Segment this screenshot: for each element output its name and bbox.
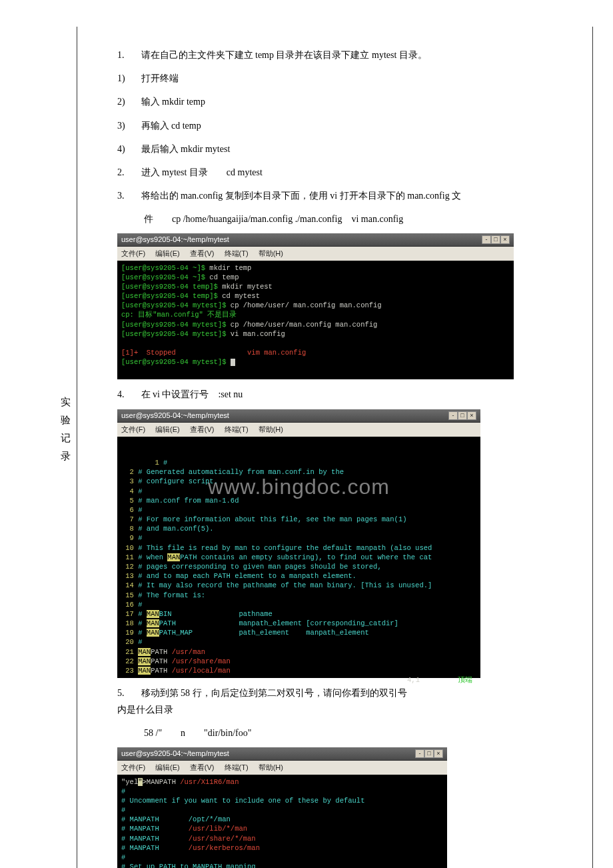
step-sub-number: 1) <box>117 70 139 87</box>
step-text: 进入 mytest 目录 cd mytest <box>141 167 263 177</box>
step-1a: 1) 打开终端 <box>117 70 572 87</box>
side-label-char: 验 <box>59 411 72 429</box>
minimize-icon[interactable]: - <box>415 749 424 758</box>
terminal-menubar: 文件(F) 编辑(E) 查看(V) 终端(T) 帮助(H) <box>117 423 480 437</box>
step-1c: 3) 再输入 cd temp <box>117 117 572 134</box>
content-body: 1. 请在自己的主文件夹下建立 temp 目录并在该目录下建立 mytest 目… <box>77 27 592 868</box>
step-5: 5. 移动到第 58 行，向后定位到第二对双引号，请问你看到的双引号内是什么目录 <box>117 685 572 718</box>
minimize-icon[interactable]: - <box>448 411 458 420</box>
terminal-menubar: 文件(F) 编辑(E) 查看(V) 终端(T) 帮助(H) <box>117 247 514 261</box>
menu-help[interactable]: 帮助(H) <box>259 763 283 771</box>
maximize-icon[interactable]: □ <box>424 749 434 758</box>
step-text: 再输入 cd temp <box>141 121 201 131</box>
side-label: 实 验 记 录 <box>59 393 72 465</box>
menu-edit[interactable]: 编辑(E) <box>155 425 180 433</box>
terminal-title: user@sys9205-04:~/temp/mytest <box>121 235 229 243</box>
step-number: 2. <box>117 164 139 181</box>
window-buttons: - □ × <box>415 749 443 758</box>
menu-view[interactable]: 查看(V) <box>190 763 215 771</box>
menu-file[interactable]: 文件(F) <box>121 763 145 771</box>
terminal-menubar: 文件(F) 编辑(E) 查看(V) 终端(T) 帮助(H) <box>117 761 447 775</box>
step-3b: 件 cp /home/huangaijia/man.config ./man.c… <box>117 211 572 227</box>
side-label-char: 记 <box>59 429 72 447</box>
terminal-3: user@sys9205-04:~/temp/mytest - □ × 文件(F… <box>117 747 447 868</box>
menu-terminal[interactable]: 终端(T) <box>225 249 249 257</box>
close-icon[interactable]: × <box>434 749 443 758</box>
step-text: 打开终端 <box>141 73 179 83</box>
step-2: 2. 进入 mytest 目录 cd mytest <box>117 164 572 181</box>
step-text: 移动到第 58 行，向后定位到第二对双引号，请问你看到的双引号内是什么目录 <box>117 688 407 715</box>
menu-edit[interactable]: 编辑(E) <box>155 249 180 257</box>
side-label-char: 实 <box>59 393 72 411</box>
step-text: 输入 mkdir temp <box>141 97 205 107</box>
step-text: 在 vi 中设置行号 :set nu <box>141 389 243 399</box>
step-sub-number: 2) <box>117 93 139 110</box>
menu-view[interactable]: 查看(V) <box>190 425 215 433</box>
terminal-title: user@sys9205-04:~/temp/mytest <box>121 411 229 419</box>
terminal-2: user@sys9205-04:~/temp/mytest - □ × 文件(F… <box>117 409 480 678</box>
step-3: 3. 将给出的 man.config 复制到本目录下面，使用 vi 打开本目录下… <box>117 187 572 204</box>
menu-help[interactable]: 帮助(H) <box>259 249 283 257</box>
step-5b: 58 /" n "dir/bin/foo" <box>117 725 572 741</box>
terminal-2-body[interactable]: www.bingdoc.com 1 # 2 # Generated automa… <box>117 437 480 678</box>
maximize-icon[interactable]: □ <box>491 235 500 244</box>
step-number: 5. <box>117 685 139 701</box>
terminal-3-body[interactable]: "yel">MANPATH /usr/X11R6/man # # Uncomme… <box>117 775 447 868</box>
terminal-titlebar: user@sys9205-04:~/temp/mytest - □ × <box>117 233 514 247</box>
menu-file[interactable]: 文件(F) <box>121 249 145 257</box>
terminal-title: user@sys9205-04:~/temp/mytest <box>121 749 229 757</box>
step-number: 1. <box>117 47 139 63</box>
window-buttons: - □ × <box>482 235 510 244</box>
minimize-icon[interactable]: - <box>482 235 491 244</box>
terminal-1-body[interactable]: [user@sys9205-04 ~]$ mkdir temp [user@sy… <box>117 261 514 379</box>
step-1: 1. 请在自己的主文件夹下建立 temp 目录并在该目录下建立 mytest 目… <box>117 47 572 63</box>
close-icon[interactable]: × <box>500 235 510 244</box>
terminal-1: user@sys9205-04:~/temp/mytest - □ × 文件(F… <box>117 233 514 379</box>
step-number: 3. <box>117 187 139 204</box>
step-sub-number: 3) <box>117 117 139 134</box>
step-1b: 2) 输入 mkdir temp <box>117 93 572 110</box>
side-label-char: 录 <box>59 447 72 465</box>
step-text: 请在自己的主文件夹下建立 temp 目录并在该目录下建立 mytest 目录。 <box>141 50 427 60</box>
step-sub-number: 4) <box>117 141 139 157</box>
menu-terminal[interactable]: 终端(T) <box>225 763 249 771</box>
menu-terminal[interactable]: 终端(T) <box>225 425 249 433</box>
menu-edit[interactable]: 编辑(E) <box>155 763 180 771</box>
step-text: 最后输入 mkdir mytest <box>141 144 231 154</box>
terminal-titlebar: user@sys9205-04:~/temp/mytest - □ × <box>117 747 447 761</box>
window-buttons: - □ × <box>448 411 476 420</box>
step-1d: 4) 最后输入 mkdir mytest <box>117 141 572 157</box>
close-icon[interactable]: × <box>467 411 476 420</box>
menu-help[interactable]: 帮助(H) <box>259 425 283 433</box>
step-text: 将给出的 man.config 复制到本目录下面，使用 vi 打开本目录下的 m… <box>141 191 462 201</box>
terminal-titlebar: user@sys9205-04:~/temp/mytest - □ × <box>117 409 480 423</box>
step-4: 4. 在 vi 中设置行号 :set nu <box>117 386 572 403</box>
menu-file[interactable]: 文件(F) <box>121 425 145 433</box>
page-border: 实 验 记 录 1. 请在自己的主文件夹下建立 temp 目录并在该目录下建立 … <box>77 27 593 868</box>
maximize-icon[interactable]: □ <box>458 411 467 420</box>
menu-view[interactable]: 查看(V) <box>190 249 215 257</box>
step-number: 4. <box>117 386 139 403</box>
